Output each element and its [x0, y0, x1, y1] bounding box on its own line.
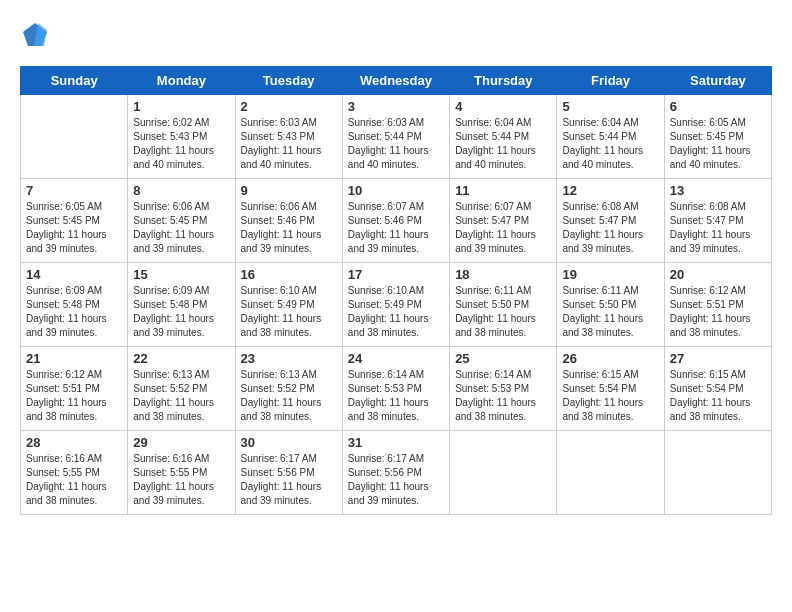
calendar-cell: 20Sunrise: 6:12 AMSunset: 5:51 PMDayligh…: [664, 263, 771, 347]
day-number: 29: [133, 435, 229, 450]
day-info: Sunrise: 6:05 AMSunset: 5:45 PMDaylight:…: [26, 200, 122, 256]
calendar-cell: [450, 431, 557, 515]
calendar-header-row: SundayMondayTuesdayWednesdayThursdayFrid…: [21, 67, 772, 95]
calendar-cell: 5Sunrise: 6:04 AMSunset: 5:44 PMDaylight…: [557, 95, 664, 179]
day-info: Sunrise: 6:04 AMSunset: 5:44 PMDaylight:…: [455, 116, 551, 172]
day-number: 12: [562, 183, 658, 198]
logo-icon: [20, 20, 50, 50]
calendar-cell: 19Sunrise: 6:11 AMSunset: 5:50 PMDayligh…: [557, 263, 664, 347]
day-number: 24: [348, 351, 444, 366]
calendar-cell: 18Sunrise: 6:11 AMSunset: 5:50 PMDayligh…: [450, 263, 557, 347]
day-number: 3: [348, 99, 444, 114]
calendar-cell: 28Sunrise: 6:16 AMSunset: 5:55 PMDayligh…: [21, 431, 128, 515]
day-number: 5: [562, 99, 658, 114]
calendar-week-row: 1Sunrise: 6:02 AMSunset: 5:43 PMDaylight…: [21, 95, 772, 179]
day-info: Sunrise: 6:14 AMSunset: 5:53 PMDaylight:…: [455, 368, 551, 424]
day-number: 9: [241, 183, 337, 198]
calendar-cell: 2Sunrise: 6:03 AMSunset: 5:43 PMDaylight…: [235, 95, 342, 179]
calendar-cell: 1Sunrise: 6:02 AMSunset: 5:43 PMDaylight…: [128, 95, 235, 179]
calendar-cell: 14Sunrise: 6:09 AMSunset: 5:48 PMDayligh…: [21, 263, 128, 347]
weekday-header: Saturday: [664, 67, 771, 95]
day-info: Sunrise: 6:03 AMSunset: 5:44 PMDaylight:…: [348, 116, 444, 172]
day-number: 13: [670, 183, 766, 198]
calendar-cell: 10Sunrise: 6:07 AMSunset: 5:46 PMDayligh…: [342, 179, 449, 263]
day-number: 23: [241, 351, 337, 366]
day-info: Sunrise: 6:08 AMSunset: 5:47 PMDaylight:…: [562, 200, 658, 256]
day-info: Sunrise: 6:09 AMSunset: 5:48 PMDaylight:…: [133, 284, 229, 340]
day-number: 25: [455, 351, 551, 366]
calendar-cell: 6Sunrise: 6:05 AMSunset: 5:45 PMDaylight…: [664, 95, 771, 179]
day-number: 20: [670, 267, 766, 282]
day-info: Sunrise: 6:15 AMSunset: 5:54 PMDaylight:…: [562, 368, 658, 424]
day-number: 21: [26, 351, 122, 366]
day-info: Sunrise: 6:08 AMSunset: 5:47 PMDaylight:…: [670, 200, 766, 256]
day-number: 27: [670, 351, 766, 366]
calendar-cell: 16Sunrise: 6:10 AMSunset: 5:49 PMDayligh…: [235, 263, 342, 347]
calendar-week-row: 28Sunrise: 6:16 AMSunset: 5:55 PMDayligh…: [21, 431, 772, 515]
day-info: Sunrise: 6:12 AMSunset: 5:51 PMDaylight:…: [670, 284, 766, 340]
day-info: Sunrise: 6:12 AMSunset: 5:51 PMDaylight:…: [26, 368, 122, 424]
calendar-cell: 11Sunrise: 6:07 AMSunset: 5:47 PMDayligh…: [450, 179, 557, 263]
day-number: 8: [133, 183, 229, 198]
calendar-cell: 25Sunrise: 6:14 AMSunset: 5:53 PMDayligh…: [450, 347, 557, 431]
day-number: 17: [348, 267, 444, 282]
day-number: 19: [562, 267, 658, 282]
day-info: Sunrise: 6:07 AMSunset: 5:47 PMDaylight:…: [455, 200, 551, 256]
calendar-cell: 30Sunrise: 6:17 AMSunset: 5:56 PMDayligh…: [235, 431, 342, 515]
day-info: Sunrise: 6:17 AMSunset: 5:56 PMDaylight:…: [348, 452, 444, 508]
day-info: Sunrise: 6:06 AMSunset: 5:46 PMDaylight:…: [241, 200, 337, 256]
day-info: Sunrise: 6:02 AMSunset: 5:43 PMDaylight:…: [133, 116, 229, 172]
calendar-cell: 26Sunrise: 6:15 AMSunset: 5:54 PMDayligh…: [557, 347, 664, 431]
day-number: 22: [133, 351, 229, 366]
day-number: 26: [562, 351, 658, 366]
calendar-cell: 7Sunrise: 6:05 AMSunset: 5:45 PMDaylight…: [21, 179, 128, 263]
day-info: Sunrise: 6:17 AMSunset: 5:56 PMDaylight:…: [241, 452, 337, 508]
calendar-cell: 15Sunrise: 6:09 AMSunset: 5:48 PMDayligh…: [128, 263, 235, 347]
day-info: Sunrise: 6:16 AMSunset: 5:55 PMDaylight:…: [133, 452, 229, 508]
day-number: 14: [26, 267, 122, 282]
calendar-week-row: 14Sunrise: 6:09 AMSunset: 5:48 PMDayligh…: [21, 263, 772, 347]
weekday-header: Wednesday: [342, 67, 449, 95]
day-number: 7: [26, 183, 122, 198]
calendar-cell: 4Sunrise: 6:04 AMSunset: 5:44 PMDaylight…: [450, 95, 557, 179]
day-info: Sunrise: 6:03 AMSunset: 5:43 PMDaylight:…: [241, 116, 337, 172]
calendar-cell: 3Sunrise: 6:03 AMSunset: 5:44 PMDaylight…: [342, 95, 449, 179]
page-header: [20, 20, 772, 50]
day-number: 11: [455, 183, 551, 198]
calendar-week-row: 7Sunrise: 6:05 AMSunset: 5:45 PMDaylight…: [21, 179, 772, 263]
day-number: 10: [348, 183, 444, 198]
calendar-week-row: 21Sunrise: 6:12 AMSunset: 5:51 PMDayligh…: [21, 347, 772, 431]
day-info: Sunrise: 6:11 AMSunset: 5:50 PMDaylight:…: [562, 284, 658, 340]
calendar-cell: [21, 95, 128, 179]
calendar-cell: 22Sunrise: 6:13 AMSunset: 5:52 PMDayligh…: [128, 347, 235, 431]
day-number: 31: [348, 435, 444, 450]
day-number: 6: [670, 99, 766, 114]
day-info: Sunrise: 6:09 AMSunset: 5:48 PMDaylight:…: [26, 284, 122, 340]
day-number: 18: [455, 267, 551, 282]
weekday-header: Friday: [557, 67, 664, 95]
day-info: Sunrise: 6:11 AMSunset: 5:50 PMDaylight:…: [455, 284, 551, 340]
calendar-cell: 8Sunrise: 6:06 AMSunset: 5:45 PMDaylight…: [128, 179, 235, 263]
day-number: 2: [241, 99, 337, 114]
day-info: Sunrise: 6:10 AMSunset: 5:49 PMDaylight:…: [241, 284, 337, 340]
day-info: Sunrise: 6:04 AMSunset: 5:44 PMDaylight:…: [562, 116, 658, 172]
day-number: 4: [455, 99, 551, 114]
day-info: Sunrise: 6:13 AMSunset: 5:52 PMDaylight:…: [133, 368, 229, 424]
calendar-cell: 27Sunrise: 6:15 AMSunset: 5:54 PMDayligh…: [664, 347, 771, 431]
day-info: Sunrise: 6:06 AMSunset: 5:45 PMDaylight:…: [133, 200, 229, 256]
day-number: 28: [26, 435, 122, 450]
day-info: Sunrise: 6:13 AMSunset: 5:52 PMDaylight:…: [241, 368, 337, 424]
calendar-cell: [557, 431, 664, 515]
calendar-cell: 12Sunrise: 6:08 AMSunset: 5:47 PMDayligh…: [557, 179, 664, 263]
weekday-header: Tuesday: [235, 67, 342, 95]
calendar-cell: 13Sunrise: 6:08 AMSunset: 5:47 PMDayligh…: [664, 179, 771, 263]
weekday-header: Monday: [128, 67, 235, 95]
logo: [20, 20, 54, 50]
calendar-table: SundayMondayTuesdayWednesdayThursdayFrid…: [20, 66, 772, 515]
day-info: Sunrise: 6:10 AMSunset: 5:49 PMDaylight:…: [348, 284, 444, 340]
day-number: 16: [241, 267, 337, 282]
day-info: Sunrise: 6:15 AMSunset: 5:54 PMDaylight:…: [670, 368, 766, 424]
day-info: Sunrise: 6:05 AMSunset: 5:45 PMDaylight:…: [670, 116, 766, 172]
day-info: Sunrise: 6:14 AMSunset: 5:53 PMDaylight:…: [348, 368, 444, 424]
calendar-cell: [664, 431, 771, 515]
